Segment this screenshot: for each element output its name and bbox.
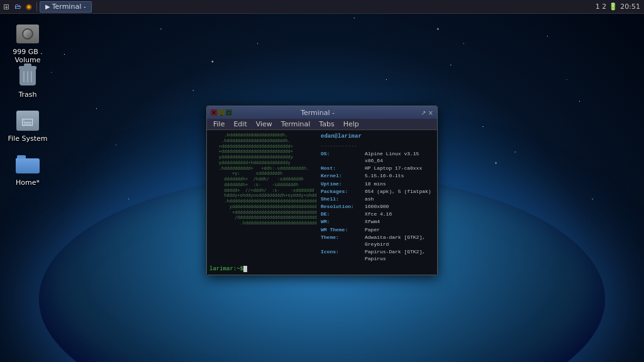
taskbar-left: ⊞ 🗁 ◉ ▶ Terminal -: [0, 1, 92, 13]
neofetch-ascii-art: .hddddddddddddddddddddh. .hddddddddddddd…: [207, 130, 317, 263]
menu-terminal[interactable]: Terminal: [277, 119, 314, 129]
info-theme: Theme: Adwaita-dark [GTK2], Greybird: [321, 234, 433, 248]
prompt-text: larimar:~$: [209, 266, 243, 272]
home-desktop-icon[interactable]: Home*: [5, 150, 50, 189]
info-wm-theme: WM Theme: Paper: [321, 226, 433, 233]
terminal-titlebar: × _ □ Terminal - ↗ ×: [207, 106, 437, 119]
terminal-window: × _ □ Terminal - ↗ × File Edit View Term…: [206, 106, 438, 275]
info-packages: Packages: 654 (apk), 5 (flatpak): [321, 188, 433, 195]
taskbar-files-icon[interactable]: 🗁: [13, 2, 23, 12]
taskbar-browser-icon[interactable]: ◉: [24, 2, 34, 12]
menu-edit[interactable]: Edit: [230, 119, 250, 129]
filesystem-desktop-icon[interactable]: 🖴 File System: [5, 106, 50, 145]
info-kernel: Kernel: 5.15.16-0-lts: [321, 172, 433, 179]
menu-view[interactable]: View: [252, 119, 276, 129]
window-close-icon[interactable]: ×: [428, 109, 433, 116]
os-key: OS:: [321, 150, 365, 164]
terminal-taskbar-button[interactable]: ▶ Terminal -: [40, 1, 92, 13]
icons-value: Papirus-Dark [GTK2], Papirus: [365, 248, 433, 262]
de-key: DE:: [321, 211, 365, 217]
menu-file[interactable]: File: [209, 119, 228, 129]
trash-line-3: [31, 71, 32, 82]
trash-line-1: [23, 71, 25, 82]
battery-icon: 🔋: [609, 3, 618, 11]
info-host: Host: HP Laptop 17-ca0xxx: [321, 165, 433, 172]
shell-value: ash: [365, 195, 374, 202]
hdd-icon-img: [15, 21, 40, 47]
info-os: OS: Alpine Linux v3.15 x86_64: [321, 150, 433, 164]
terminal-content-area[interactable]: .hddddddddddddddddddddh. .hddddddddddddd…: [207, 130, 437, 263]
terminal-title-text: Terminal -: [214, 109, 421, 117]
hdd-graphic: [16, 25, 39, 43]
trash-line-2: [27, 71, 28, 82]
trash-graphic: [18, 66, 37, 87]
menu-tabs[interactable]: Tabs: [315, 119, 338, 129]
packages-key: Packages:: [321, 188, 365, 195]
info-wm: WM: Xfwm4: [321, 218, 433, 225]
terminal-prompt-line[interactable]: larimar:~$: [207, 263, 437, 275]
taskbar-right: 1 2 🔋 20:51: [596, 3, 644, 11]
taskbar-apps-icon[interactable]: ⊞: [1, 2, 11, 12]
kernel-value: 5.15.16-0-lts: [365, 172, 404, 179]
info-icons: Icons: Papirus-Dark [GTK2], Papirus: [321, 248, 433, 262]
info-uptime: Uptime: 18 mins: [321, 180, 433, 187]
trash-desktop-icon[interactable]: Trash: [5, 62, 50, 101]
shell-key: Shell:: [321, 195, 365, 202]
info-separator: ------------: [321, 142, 433, 149]
terminal-icon: ▶: [45, 3, 50, 10]
host-value: HP Laptop 17-ca0xxx: [365, 165, 422, 172]
trash-label: Trash: [18, 90, 36, 99]
wm-key: WM:: [321, 218, 365, 225]
filesystem-symbol: 🖴: [21, 113, 34, 128]
info-resolution: Resolution: 1600x900: [321, 203, 433, 210]
taskbar: ⊞ 🗁 ◉ ▶ Terminal - 1 2 🔋 20:51: [0, 0, 644, 14]
folder-graphic: [16, 155, 40, 174]
os-value: Alpine Linux v3.15 x86_64: [365, 150, 433, 164]
filesystem-icon-img: 🖴: [15, 108, 40, 133]
workspace-indicator[interactable]: 1 2: [596, 3, 607, 11]
user-host-line: edan@larimar: [321, 133, 433, 141]
info-shell: Shell: ash: [321, 195, 433, 202]
clock: 20:51: [620, 3, 640, 11]
kernel-key: Kernel:: [321, 172, 365, 179]
terminal-taskbar-label: Terminal -: [52, 3, 86, 11]
terminal-menubar: File Edit View Terminal Tabs Help: [207, 119, 437, 130]
theme-value: Adwaita-dark [GTK2], Greybird: [365, 234, 433, 248]
filesystem-graphic: 🖴: [16, 111, 39, 131]
trash-lid: [19, 66, 36, 69]
trash-icon-img: [15, 64, 40, 89]
info-de: DE: Xfce 4.16: [321, 211, 433, 217]
packages-value: 654 (apk), 5 (flatpak): [365, 188, 431, 195]
home-icon-img: [15, 152, 40, 177]
terminal-cursor: [243, 266, 247, 272]
resolution-key: Resolution:: [321, 203, 365, 210]
volume-icon[interactable]: 999 GB . Volume: [5, 19, 50, 67]
folder-body: [16, 158, 40, 173]
wm-value: Xfwm4: [365, 218, 380, 225]
trash-body: [19, 69, 36, 85]
neofetch-info: edan@larimar ------------ OS: Alpine Lin…: [317, 130, 437, 263]
de-value: Xfce 4.16: [365, 211, 392, 217]
uptime-value: 18 mins: [365, 180, 386, 187]
filesystem-label: File System: [8, 134, 48, 143]
icons-key: Icons:: [321, 248, 365, 262]
home-label: Home*: [16, 178, 40, 187]
taskbar-separator: [36, 3, 37, 11]
wm-theme-key: WM Theme:: [321, 226, 365, 233]
window-controls-right: ↗ ×: [421, 109, 433, 116]
window-restore-icon[interactable]: ↗: [421, 109, 426, 116]
uptime-key: Uptime:: [321, 180, 365, 187]
host-key: Host:: [321, 165, 365, 172]
theme-key: Theme:: [321, 234, 365, 248]
menu-help[interactable]: Help: [340, 119, 363, 129]
resolution-value: 1600x900: [365, 203, 389, 210]
wm-theme-value: Paper: [365, 226, 380, 233]
